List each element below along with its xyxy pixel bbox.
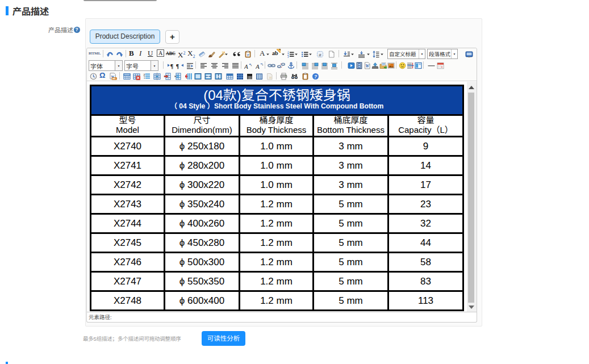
svg-text:?: ? [314,74,318,80]
svg-text:¶: ¶ [170,63,173,69]
svg-text:a: a [319,52,321,57]
svg-text:A: A [244,63,248,70]
svg-text:3: 3 [287,56,289,58]
svg-text:¶: ¶ [176,63,179,69]
svg-text:A: A [256,63,260,70]
